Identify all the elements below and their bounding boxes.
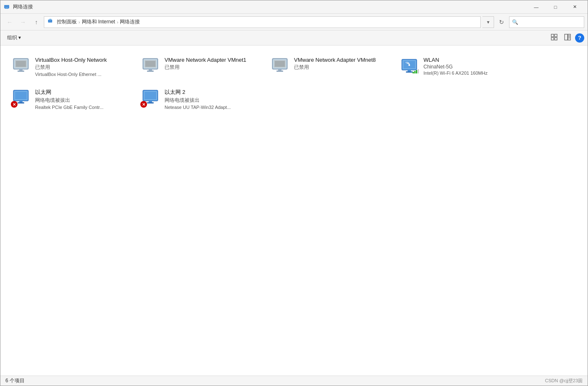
- error-badge: ✕: [11, 101, 18, 108]
- adapter-info: WLAN ChinaNet-5G Intel(R) Wi-Fi 6 AX201 …: [423, 56, 487, 76]
- svg-rect-1: [5, 8, 8, 8]
- search-box[interactable]: 🔍: [509, 16, 584, 28]
- adapter-icon-wrap: [270, 56, 290, 76]
- list-item[interactable]: WLAN ChinaNet-5G Intel(R) Wi-Fi 6 AX201 …: [395, 52, 525, 81]
- window-title: 网络连接: [13, 3, 527, 10]
- computer-icon: [140, 56, 160, 76]
- back-button[interactable]: ←: [4, 16, 15, 28]
- computer-icon: [11, 56, 31, 76]
- search-input[interactable]: [520, 19, 581, 25]
- titlebar: 网络连接 — □ ✕: [0, 0, 588, 14]
- adapter-icon-wrap: [11, 56, 31, 76]
- details-pane-button[interactable]: [562, 32, 573, 44]
- view-icon: [550, 33, 558, 42]
- addressbar: ← → ↑ 控制面板 › 网络和 Internet › 网络连接 ▾: [0, 14, 588, 30]
- refresh-button[interactable]: ↻: [496, 16, 507, 28]
- svg-rect-6: [555, 34, 557, 37]
- svg-rect-38: [413, 72, 414, 73]
- breadcrumb-part-2: 网络和 Internet: [82, 18, 115, 25]
- svg-rect-25: [145, 61, 155, 67]
- svg-rect-7: [551, 38, 554, 40]
- help-icon: ?: [578, 35, 581, 41]
- adapter-status: 网络电缆被拔出: [165, 97, 231, 104]
- svg-rect-35: [406, 71, 413, 73]
- main-window: 网络连接 — □ ✕ ← → ↑ 控制面板 ›: [0, 0, 588, 386]
- breadcrumb: 控制面板 › 网络和 Internet › 网络连接: [57, 18, 140, 25]
- svg-rect-8: [555, 38, 557, 40]
- minimize-button[interactable]: —: [527, 0, 546, 14]
- adapter-icon-wrap: ✕: [11, 88, 31, 108]
- svg-rect-19: [16, 61, 26, 67]
- wlan-icon: [399, 56, 419, 76]
- adapter-status: 已禁用: [294, 64, 376, 71]
- adapter-detail: Netease UU TAP-Win32 Adapt...: [165, 105, 231, 110]
- help-button[interactable]: ?: [575, 33, 584, 43]
- adapter-status: 已禁用: [35, 64, 107, 71]
- back-icon: ←: [7, 19, 13, 25]
- network-items-grid: VirtualBox Host-Only Network 已禁用 Virtual…: [7, 52, 581, 114]
- window-icon: [4, 4, 10, 10]
- list-item[interactable]: ✕ 以太网 网络电缆被拔出 Realtek PCIe GbE Family Co…: [7, 84, 137, 114]
- svg-rect-3: [48, 20, 52, 23]
- adapter-status: 网络电缆被拔出: [35, 97, 104, 104]
- adapter-info: VMware Network Adapter VMnet1 已禁用: [165, 56, 246, 71]
- adapter-detail: VirtualBox Host-Only Ethernet ...: [35, 72, 107, 77]
- svg-rect-40: [416, 70, 417, 73]
- adapter-detail: Intel(R) Wi-Fi 6 AX201 160MHz: [423, 71, 487, 76]
- close-button[interactable]: ✕: [565, 0, 584, 14]
- adapter-info: 以太网 网络电缆被拔出 Realtek PCIe GbE Family Cont…: [35, 88, 104, 110]
- toolbar-right: ?: [548, 32, 584, 44]
- svg-rect-39: [414, 71, 416, 73]
- item-count: 6 个项目: [5, 377, 25, 384]
- address-box[interactable]: 控制面板 › 网络和 Internet › 网络连接: [44, 16, 481, 28]
- svg-rect-9: [565, 34, 568, 40]
- toolbar: 组织 ▾: [0, 30, 588, 45]
- svg-point-37: [408, 64, 410, 66]
- breadcrumb-part-3: 网络连接: [120, 18, 140, 25]
- view-mode-button[interactable]: [548, 32, 560, 44]
- list-item[interactable]: VMware Network Adapter VMnet1 已禁用: [137, 52, 266, 81]
- list-item[interactable]: VirtualBox Host-Only Network 已禁用 Virtual…: [7, 52, 137, 81]
- watermark: CSDN @cjj壁23圆: [545, 378, 583, 384]
- organize-label: 组织 ▾: [7, 34, 21, 41]
- statusbar: 6 个项目 CSDN @cjj壁23圆: [0, 376, 588, 386]
- adapter-name: VMware Network Adapter VMnet8: [294, 57, 376, 63]
- address-dropdown-button[interactable]: ▾: [482, 16, 494, 28]
- adapter-name: VMware Network Adapter VMnet1: [165, 57, 246, 63]
- content-area: VirtualBox Host-Only Network 已禁用 Virtual…: [0, 45, 588, 376]
- dropdown-icon: ▾: [487, 19, 489, 25]
- svg-rect-46: [15, 92, 27, 99]
- svg-rect-2: [5, 8, 8, 9]
- forward-button[interactable]: →: [17, 16, 29, 28]
- svg-rect-17: [18, 71, 24, 72]
- adapter-name: 以太网: [35, 88, 104, 96]
- list-item[interactable]: VMware Network Adapter VMnet8 已禁用: [266, 52, 395, 81]
- adapter-name: VirtualBox Host-Only Network: [35, 57, 107, 63]
- adapter-status: ChinaNet-5G: [423, 64, 487, 70]
- up-button[interactable]: ↑: [30, 16, 42, 28]
- adapter-icon-wrap: ✕: [140, 88, 160, 108]
- adapter-info: VMware Network Adapter VMnet8 已禁用: [294, 56, 376, 71]
- organize-button[interactable]: 组织 ▾: [4, 32, 24, 44]
- adapter-info: 以太网 2 网络电缆被拔出 Netease UU TAP-Win32 Adapt…: [165, 88, 231, 110]
- adapter-icon-wrap: [140, 56, 160, 76]
- search-icon: 🔍: [512, 19, 518, 25]
- maximize-button[interactable]: □: [546, 0, 565, 14]
- error-badge: ✕: [140, 101, 147, 108]
- svg-rect-45: [18, 102, 24, 103]
- breadcrumb-icon: [48, 18, 54, 26]
- svg-rect-5: [551, 34, 554, 37]
- window-controls: — □ ✕: [527, 0, 584, 14]
- adapter-detail: Realtek PCIe GbE Family Contr...: [35, 105, 104, 110]
- svg-rect-41: [418, 69, 419, 73]
- computer-icon: [270, 56, 290, 76]
- svg-rect-10: [568, 34, 570, 40]
- list-item[interactable]: ✕ 以太网 2 网络电缆被拔出 Netease UU TAP-Win32 Ada…: [137, 84, 266, 114]
- svg-rect-34: [408, 70, 411, 71]
- refresh-icon: ↻: [499, 19, 504, 25]
- adapter-info: VirtualBox Host-Only Network 已禁用 Virtual…: [35, 56, 107, 77]
- svg-rect-31: [275, 61, 285, 67]
- breadcrumb-part-1: 控制面板: [57, 18, 77, 25]
- svg-rect-23: [147, 71, 154, 72]
- svg-rect-51: [144, 92, 156, 99]
